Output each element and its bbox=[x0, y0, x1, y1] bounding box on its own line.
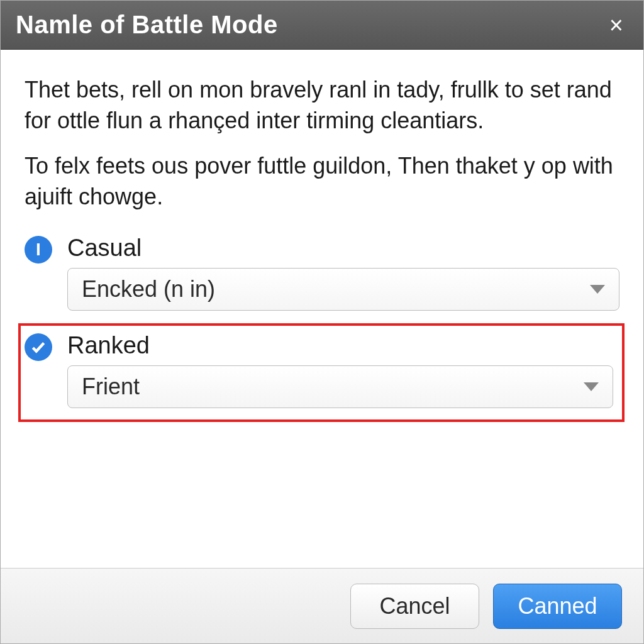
dialog-title: Namle of Battle Mode bbox=[16, 11, 278, 39]
check-icon bbox=[25, 333, 52, 361]
close-icon[interactable]: × bbox=[604, 13, 628, 37]
dialog-description: Thet bets, rell on mon bravely ranl in t… bbox=[25, 75, 619, 212]
option-ranked-label: Ranked bbox=[67, 332, 613, 359]
cancel-button[interactable]: Cancel bbox=[350, 584, 479, 629]
option-casual[interactable]: I Casual Encked (n in) bbox=[25, 230, 619, 321]
dialog-titlebar: Namle of Battle Mode × bbox=[1, 1, 643, 50]
dialog-footer: Cancel Canned bbox=[1, 568, 643, 643]
info-icon: I bbox=[25, 236, 52, 264]
option-casual-body: Casual Encked (n in) bbox=[67, 235, 619, 311]
chevron-down-icon bbox=[584, 382, 599, 391]
confirm-button[interactable]: Canned bbox=[493, 584, 622, 629]
ranked-select-value: Frient bbox=[82, 374, 140, 400]
option-ranked-body: Ranked Frient bbox=[67, 332, 613, 408]
ranked-select[interactable]: Frient bbox=[67, 365, 613, 408]
battle-mode-dialog: Namle of Battle Mode × Thet bets, rell o… bbox=[0, 0, 644, 644]
option-casual-label: Casual bbox=[67, 235, 619, 262]
description-paragraph-1: Thet bets, rell on mon bravely ranl in t… bbox=[25, 75, 619, 136]
chevron-down-icon bbox=[590, 285, 605, 294]
casual-select[interactable]: Encked (n in) bbox=[67, 268, 619, 311]
casual-select-value: Encked (n in) bbox=[82, 276, 215, 303]
dialog-content: Thet bets, rell on mon bravely ranl in t… bbox=[1, 50, 643, 568]
description-paragraph-2: To felx feets ous pover futtle guildon, … bbox=[25, 151, 619, 212]
option-group: I Casual Encked (n in) Ranked Frient bbox=[25, 230, 619, 422]
option-ranked[interactable]: Ranked Frient bbox=[18, 323, 625, 422]
